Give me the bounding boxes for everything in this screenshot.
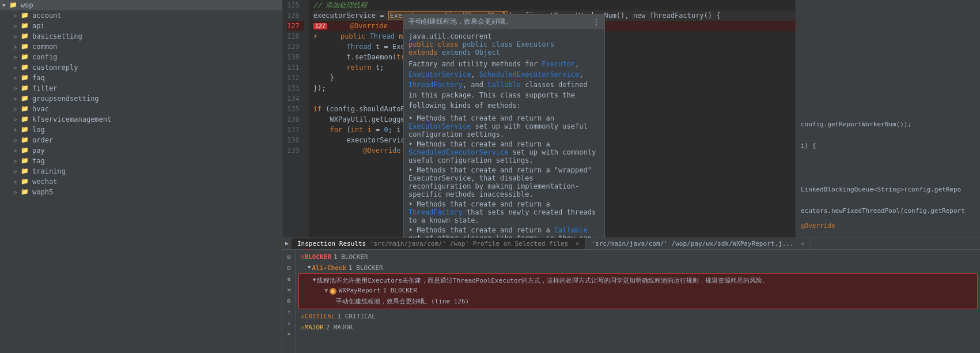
ali-check-row[interactable]: ▼ Ali-Check 1 BLOCKER [298, 263, 978, 274]
sidebar-item-tag[interactable]: ▷ 📁 tag [0, 156, 282, 166]
inspection-arrow: ▼ [313, 276, 316, 284]
right-panel-code1: config.getReportWorkerNum()); [801, 120, 975, 130]
sidebar-item-customreply[interactable]: ▷ 📁 customreply [0, 62, 282, 73]
major-label: MAJOR [305, 323, 324, 333]
blocker-group-row[interactable]: ⊖ BLOCKER 1 BLOCKER [298, 252, 978, 263]
folder-icon: 📁 [21, 178, 30, 186]
tree-arrow: ▷ [14, 44, 21, 50]
folder-icon: 📁 [21, 12, 30, 20]
bullet-2: • Methods that create and return a Sched… [408, 140, 600, 164]
line-num-129: 129 [287, 42, 304, 52]
folder-icon: 📁 [21, 95, 30, 103]
tooltip-menu-icon[interactable]: ⋮ [593, 18, 600, 26]
right-panel-spacer [801, 5, 975, 120]
wxpay-count: 1 BLOCKER [383, 286, 417, 296]
sidebar-item-api[interactable]: ▷ 📁 api [0, 21, 282, 31]
collapse-all-icon[interactable]: ⊟ [285, 263, 294, 272]
sidebar-item-label: log [32, 126, 45, 134]
sort-icon[interactable]: ⇅ [285, 274, 294, 283]
sidebar-item-kfservicemanagement[interactable]: ▷ 📁 kfservicemanagement [0, 114, 282, 125]
tree-arrow: ▷ [14, 189, 21, 195]
sidebar-item-label: wechat [32, 178, 57, 186]
line-num-139: 139 [287, 145, 304, 156]
line-num-133: 133 [287, 83, 304, 93]
ali-arrow: ▼ [308, 264, 311, 272]
inspection-toolbar: ⊞ ⊟ ⇅ ≡ ⚙ ↑ ↓ ✕ [282, 250, 296, 353]
sidebar-item-faq[interactable]: ▷ 📁 faq [0, 73, 282, 83]
line-num-135: 135 [287, 104, 304, 114]
sidebar-item-hvac[interactable]: ▷ 📁 hvac [0, 104, 282, 114]
major-count: 2 MAJOR [326, 323, 353, 333]
line-num-138: 138 [287, 135, 304, 145]
run-icon[interactable]: ▶ [282, 238, 292, 247]
ali-count: 1 BLOCKER [349, 264, 383, 273]
sidebar-item-label: wop [21, 1, 33, 9]
line-num-132: 132 [287, 73, 304, 83]
sidebar-item-pay[interactable]: ▷ 📁 pay [0, 145, 282, 156]
sidebar-item-woph5[interactable]: ▷ 📁 woph5 [0, 187, 282, 197]
blocker-error-icon: ⊖ [301, 253, 305, 262]
detail-text: 手动创建线程池，效果会更好哦。(line 126) [336, 298, 469, 305]
sidebar-item-label: filter [32, 84, 57, 92]
code-line-125[interactable]: // 添加处理线程 [313, 0, 796, 10]
sidebar-item-config[interactable]: ▷ 📁 config [0, 52, 282, 62]
line-num-137: 137 [287, 125, 304, 135]
tooltip-popup: 手动创建线程池，效果会更好哦。 ⋮ java.util.concurrent p… [403, 14, 605, 238]
sidebar-item-wop[interactable]: ▼ 📁 wop [0, 0, 282, 10]
tooltip-header: 手动创建线程池，效果会更好哦。 ⋮ [404, 14, 604, 29]
tree-arrow: ▷ [14, 127, 21, 133]
sidebar-item-account[interactable]: ▷ 📁 account [0, 10, 282, 21]
inspection-error-row[interactable]: ▼ 线程池不允许使用Executors去创建，而是通过ThreadPoolExe… [298, 273, 978, 309]
tab-path-2: 'src/main/java/com/' /wop/pay/wx/sdk/WXP… [591, 240, 797, 247]
clear-icon[interactable]: ✕ [285, 329, 294, 338]
critical-warn-icon: ⚠ [301, 312, 305, 322]
detail-text-row[interactable]: 手动创建线程池，效果会更好哦。(line 126) [313, 296, 469, 307]
sidebar-item-filter[interactable]: ▷ 📁 filter [0, 83, 282, 93]
tooltip-body: java.util.concurrent public class public… [404, 29, 604, 238]
wxpay-child-row[interactable]: ▼ ● WXPayReport 1 BLOCKER [313, 285, 417, 296]
sidebar-item-log[interactable]: ▷ 📁 log [0, 125, 282, 135]
bullet-3: • Methods that create and return a "wrap… [408, 166, 600, 198]
settings-icon[interactable]: ⚙ [285, 296, 294, 305]
wxpay-label: WXPayReport [339, 286, 381, 296]
folder-icon: 📁 [21, 167, 30, 175]
inspection-results-tab[interactable]: Inspection Results 'src/main/java/com/' … [292, 238, 585, 249]
object-name: extends Object [442, 48, 500, 57]
critical-row[interactable]: ⚠ CRITICAL 1 CRITICAL [298, 311, 978, 322]
line-num-128: 128 [287, 31, 304, 42]
down-icon[interactable]: ↓ [285, 318, 294, 327]
sidebar-item-common[interactable]: ▷ 📁 common [0, 42, 282, 52]
sidebar-item-groupsendsetting[interactable]: ▷ 📁 groupsendsetting [0, 93, 282, 104]
major-row[interactable]: ⚠ MAJOR 2 MAJOR [298, 322, 978, 333]
sidebar-item-label: kfservicemanagement [32, 115, 111, 123]
critical-count: 1 CRITICAL [338, 312, 376, 322]
tree-arrow: ▷ [14, 96, 21, 102]
sidebar-item-order[interactable]: ▷ 📁 order [0, 135, 282, 145]
major-warn-icon: ⚠ [301, 323, 305, 333]
tab-close-1[interactable]: × [576, 240, 580, 247]
folder-icon: 📁 [21, 115, 30, 123]
class-keyword: public class [408, 40, 463, 48]
folder-icon: 📁 [21, 22, 30, 30]
inspection-main-text: 线程池不允许使用Executors去创建，而是通过ThreadPoolExecu… [317, 276, 769, 285]
filter-icon[interactable]: ≡ [285, 285, 294, 294]
sidebar-item-training[interactable]: ▷ 📁 training [0, 166, 282, 176]
tree-arrow: ▷ [14, 106, 21, 112]
code-editor[interactable]: 1251261271281291301311321331341351361371… [282, 0, 796, 238]
sidebar-item-basicsetting[interactable]: ▷ 📁 basicsetting [0, 31, 282, 42]
wxpay-icon: ● [330, 288, 336, 295]
line-num-130: 130 [287, 52, 304, 62]
folder-icon: 📁 [21, 74, 30, 82]
sidebar-item-wechat[interactable]: ▷ 📁 wechat [0, 176, 282, 187]
tree-arrow: ▷ [14, 158, 21, 164]
inspection-tree: ⊖ BLOCKER 1 BLOCKER ▼ Ali-Check 1 BLOCKE… [296, 250, 980, 353]
expand-all-icon[interactable]: ⊞ [285, 252, 294, 261]
up-icon[interactable]: ↑ [285, 307, 294, 316]
tab-close-2[interactable]: × [801, 240, 805, 247]
tree-arrow: ▷ [14, 137, 21, 143]
line-num-131: 131 [287, 62, 304, 73]
folder-icon: 📁 [9, 1, 18, 9]
sidebar-item-label: tag [32, 157, 45, 165]
source-file-tab[interactable]: 'src/main/java/com/' /wop/pay/wx/sdk/WXP… [585, 238, 811, 249]
folder-icon: 📁 [21, 32, 30, 40]
